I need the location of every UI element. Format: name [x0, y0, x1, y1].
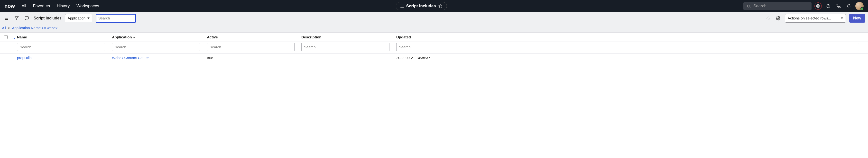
help-icon[interactable]: [825, 2, 832, 10]
star-outline-icon[interactable]: [438, 4, 442, 8]
breadcrumb-all[interactable]: All: [2, 26, 6, 30]
chevron-down-icon: [841, 17, 843, 19]
select-all-checkbox[interactable]: [4, 35, 7, 39]
col-header-active[interactable]: Active: [207, 35, 301, 39]
page-title: Script Includes: [34, 16, 62, 21]
row-application-link[interactable]: Webex Contact Center: [112, 56, 149, 60]
col-header-updated[interactable]: Updated: [396, 35, 866, 39]
bell-icon[interactable]: [845, 2, 852, 10]
table-row: propUtils Webex Contact Center true 2022…: [0, 54, 868, 62]
logo-text: now: [4, 3, 15, 9]
product-logo: now: [4, 3, 15, 9]
context-pill[interactable]: Script Includes: [396, 2, 447, 10]
row-name-link[interactable]: propUtils: [17, 56, 31, 60]
svg-point-6: [828, 7, 829, 7]
breadcrumb-separator: >: [8, 26, 10, 30]
list-toolbar: Script Includes Application Actions on s…: [0, 12, 868, 24]
funnel-icon[interactable]: [13, 15, 20, 22]
nav-workspaces[interactable]: Workspaces: [76, 4, 99, 8]
nav-history[interactable]: History: [57, 4, 70, 8]
row-active-value: true: [207, 56, 213, 60]
svg-point-1: [747, 5, 750, 7]
menu-icon[interactable]: [3, 15, 10, 22]
nav-favorites[interactable]: Favorites: [33, 4, 50, 8]
filter-active-input[interactable]: [207, 43, 294, 51]
col-header-application[interactable]: Application ▲: [112, 35, 207, 39]
column-search-icon[interactable]: [9, 35, 17, 39]
svg-marker-0: [439, 4, 442, 7]
list-icon: [400, 5, 404, 7]
filter-description-input[interactable]: [301, 43, 390, 51]
breadcrumb: All > Application Name >= webex: [0, 24, 868, 33]
svg-point-8: [778, 17, 779, 19]
new-button[interactable]: New: [849, 14, 865, 23]
breadcrumb-filter[interactable]: Application Name >= webex: [12, 26, 57, 30]
global-header: now All Favorites History Workspaces Scr…: [0, 0, 868, 12]
column-filter-row: [0, 42, 868, 54]
col-header-name[interactable]: Name: [17, 35, 112, 39]
sort-asc-icon: ▲: [133, 36, 135, 38]
actions-dropdown[interactable]: Actions on selected rows...: [785, 14, 846, 23]
filter-field-dropdown[interactable]: Application: [65, 14, 92, 23]
svg-line-2: [750, 7, 750, 7]
svg-marker-7: [15, 16, 18, 20]
table-header: Name Application ▲ Active Description Up…: [0, 33, 868, 42]
svg-line-10: [14, 38, 14, 39]
col-header-description[interactable]: Description: [301, 35, 396, 39]
search-icon: [747, 4, 751, 8]
filter-name-input[interactable]: [17, 43, 105, 51]
context-title: Script Includes: [406, 4, 436, 8]
chevron-down-icon: [87, 17, 90, 19]
filter-search-input[interactable]: [96, 14, 136, 23]
filter-field-value: Application: [68, 16, 86, 20]
header-right: Search: [743, 2, 864, 10]
actions-label: Actions on selected rows...: [788, 16, 831, 20]
row-updated-value: 2022-09-21 14:35:37: [396, 56, 430, 60]
filter-updated-input[interactable]: [396, 43, 859, 51]
global-search-placeholder: Search: [753, 4, 767, 8]
phone-icon[interactable]: [835, 2, 842, 10]
avatar[interactable]: [855, 2, 864, 10]
primary-nav: All Favorites History Workspaces: [22, 4, 99, 8]
global-search[interactable]: Search: [743, 2, 811, 10]
nav-all[interactable]: All: [22, 4, 26, 8]
chat-icon[interactable]: [23, 15, 30, 22]
filter-application-input[interactable]: [112, 43, 200, 51]
globe-icon[interactable]: [814, 2, 822, 10]
assist-icon[interactable]: [765, 15, 771, 22]
settings-gear-icon[interactable]: [775, 15, 782, 22]
svg-point-9: [12, 36, 14, 38]
